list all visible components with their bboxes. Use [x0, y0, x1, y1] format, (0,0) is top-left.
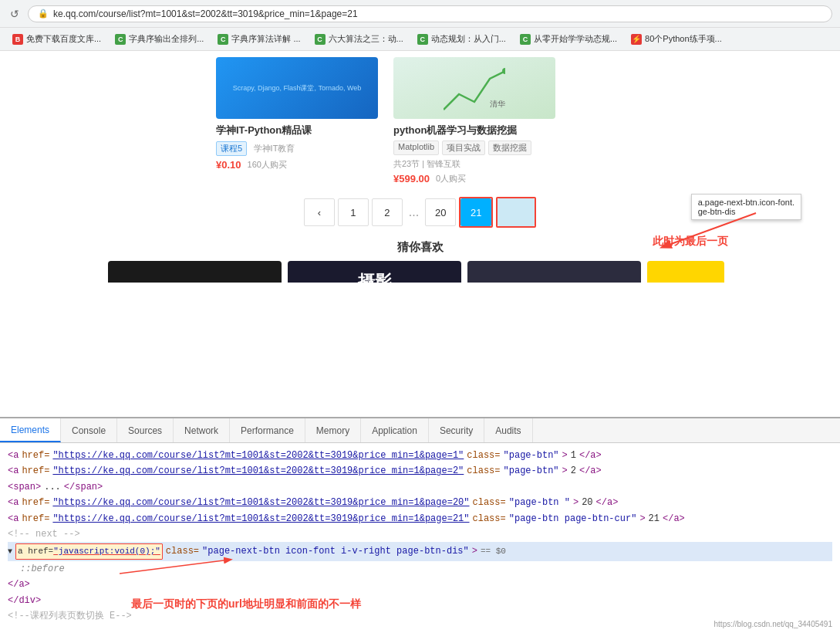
attr-val: "https://ke.qq.com/course/list?mt=1001&s…: [52, 511, 469, 526]
bookmark-favicon: C: [315, 34, 326, 45]
code-line: </a>: [8, 577, 832, 592]
next-page-highlight: [496, 197, 536, 228]
text-content: ...: [44, 479, 61, 495]
price-row: ¥0.10 160人购买: [216, 159, 378, 171]
bookmark-favicon: C: [115, 34, 126, 45]
prev-page-button[interactable]: ‹: [304, 198, 335, 226]
note-text: 最后一页时的下页的url地址明显和前面的不一样: [131, 597, 361, 611]
bookmark-favicon: B: [12, 34, 23, 45]
page-21-button[interactable]: 21: [460, 198, 491, 226]
buyers: 0人购买: [436, 173, 466, 184]
tab-security[interactable]: Security: [429, 418, 484, 442]
comment: <!--课程列表页数切换 E-->: [8, 608, 132, 624]
bookmark-label: 六大算法之三：动...: [329, 33, 403, 45]
tooltip-line2: ge-btn-dis: [698, 207, 794, 216]
devtools-body: <a href= "https://ke.qq.com/course/list?…: [0, 443, 840, 633]
page-ellipsis: ...: [406, 205, 422, 219]
pseudo-before: ::before: [20, 561, 65, 577]
attr-val: "page-btn": [504, 448, 559, 463]
tag: </span>: [64, 479, 103, 495]
bookmark-label: 80个Python练手项...: [645, 33, 722, 45]
tooltip-line1: a.page-next-btn.icon-font.: [698, 198, 794, 207]
tag-close: >: [472, 543, 477, 559]
devtools-panel: Elements Console Sources Network Perform…: [0, 417, 840, 633]
bookmark-item[interactable]: B 免费下载百度文库...: [6, 31, 107, 47]
course-title: python机器学习与数据挖掘: [393, 124, 555, 137]
attr-name: class=: [467, 448, 500, 463]
tag-close: </a>: [579, 463, 602, 479]
code-line: <a href= "https://ke.qq.com/course/list?…: [8, 463, 832, 479]
code-line: <!-- next -->: [8, 526, 832, 542]
equals-dollar: == $0: [481, 544, 506, 559]
tab-sources[interactable]: Sources: [117, 418, 174, 442]
lesson-tag: 课程5: [216, 141, 247, 156]
text-content: 1: [571, 448, 576, 463]
buyers: 160人购买: [248, 159, 287, 171]
thumb-text: Scrapy, Django, Flash课堂, Tornado, Web: [233, 83, 362, 93]
course-card: 清华尹成老师 python机器学习与数据挖掘 Matplotlib 项目实战 数…: [393, 57, 555, 184]
rec-card-text: 摄影 后期 LATE ASCENSION RULE 后期提升法则: [339, 268, 411, 283]
last-page-label: 此时为最后一页: [653, 235, 728, 249]
bookmark-item[interactable]: ⚡ 80个Python练手项...: [625, 31, 728, 47]
tooltip-text: a.page-next-btn.icon-font. ge-btn-dis: [691, 194, 801, 220]
attr-name: href=: [22, 495, 49, 510]
tab-memory[interactable]: Memory: [305, 418, 361, 442]
address-bar[interactable]: 🔒 ke.qq.com/course/list?mt=1001&st=2002&…: [28, 5, 832, 22]
attr-name: class=: [473, 511, 506, 526]
page-1-button[interactable]: 1: [338, 198, 369, 226]
page-2-button[interactable]: 2: [372, 198, 403, 226]
code-line: <span> ... </span>: [8, 479, 832, 495]
tab-network[interactable]: Network: [174, 418, 230, 442]
tag-open: <a: [8, 495, 19, 510]
attr-val: "https://ke.qq.com/course/list?mt=1001&s…: [52, 448, 464, 463]
bookmark-favicon: ⚡: [631, 34, 642, 45]
tab-application[interactable]: Application: [361, 418, 429, 442]
tag-close: </a>: [663, 511, 685, 526]
lock-icon: 🔒: [38, 8, 49, 19]
code-line: ::before: [8, 561, 832, 577]
tab-elements[interactable]: Elements: [0, 418, 61, 442]
school-tag: 学神IT教育: [254, 144, 295, 153]
bookmark-item[interactable]: C 六大算法之三：动...: [309, 31, 410, 47]
course-meta: 共23节 | 智锋互联: [393, 158, 555, 170]
attr-val: "page-btn ": [509, 495, 570, 510]
bookmark-bar: B 免费下载百度文库... C 字典序输出全排列... C 字典序算法详解 ..…: [0, 28, 840, 51]
course-title: 学神IT-Python精品课: [216, 124, 378, 137]
course-thumbnail: 清华尹成老师: [393, 57, 555, 119]
recommend-title: 猜你喜欢: [108, 240, 732, 255]
bookmark-item[interactable]: C 字典序输出全排列...: [109, 31, 210, 47]
tag-open: <a: [8, 463, 19, 479]
bookmark-favicon: C: [417, 34, 428, 45]
highlighted-code-line[interactable]: ▼ a href="javascript:void(0);" class= "p…: [8, 542, 832, 561]
bookmark-item[interactable]: C 字典序算法详解 ...: [211, 31, 306, 47]
attr-name: class=: [467, 463, 500, 479]
tag-close: </a>: [8, 577, 30, 592]
tag-open: <a: [8, 511, 19, 526]
bookmark-item[interactable]: C 动态规划：从入门...: [411, 31, 512, 47]
code-line: <a href= "https://ke.qq.com/course/list?…: [8, 448, 832, 463]
tab-performance[interactable]: Performance: [230, 418, 305, 442]
attr-val: "page-btn page-btn-cur": [509, 511, 637, 526]
attr-name: href=: [22, 511, 49, 526]
annotation-tooltip: a.page-next-btn.icon-font. ge-btn-dis: [691, 194, 801, 220]
text-content: 20: [582, 495, 592, 510]
tab-audits[interactable]: Audits: [484, 418, 532, 442]
course-section: Scrapy, Django, Flash课堂, Tornado, Web 学神…: [0, 51, 840, 184]
bookmark-item[interactable]: C 从零开始学学动态规...: [514, 31, 623, 47]
price: ¥0.10: [216, 159, 241, 171]
page-content: Scrapy, Django, Flash课堂, Tornado, Web 学神…: [0, 51, 840, 283]
next-page-button[interactable]: [498, 198, 535, 226]
devtools-tabs: Elements Console Sources Network Perform…: [0, 418, 840, 443]
refresh-button[interactable]: ↺: [8, 7, 22, 21]
tag: 数据挖掘: [488, 140, 531, 155]
page-20-button[interactable]: 20: [425, 198, 456, 226]
attr-val: "page-btn": [504, 463, 559, 479]
bookmark-favicon: C: [520, 34, 531, 45]
tab-console[interactable]: Console: [61, 418, 117, 442]
attr-name: class=: [473, 495, 506, 510]
course-thumbnail: Scrapy, Django, Flash课堂, Tornado, Web: [216, 57, 378, 119]
bookmark-label: 免费下载百度文库...: [26, 33, 101, 45]
watermark: https://blog.csdn.net/qq_34405491: [714, 620, 832, 628]
attr-val: "page-next-btn icon-font i-v-right page-…: [202, 543, 469, 559]
rec-card-tiktok: 抖音 带你百万爆款秘密 电商卖家如何抓住红利: [108, 261, 282, 283]
